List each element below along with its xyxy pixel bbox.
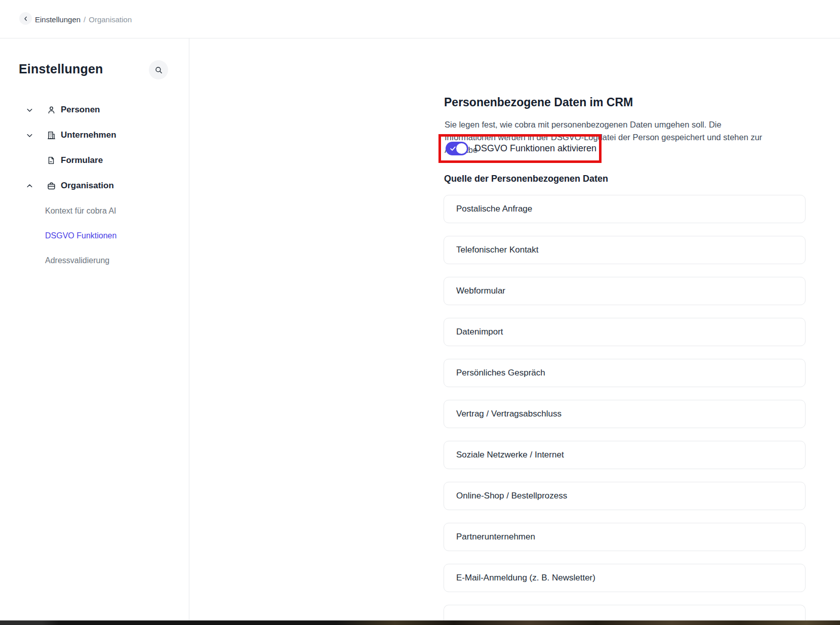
- taskbar-edge: [0, 620, 840, 625]
- breadcrumb: Einstellungen / Organisation: [35, 0, 132, 38]
- chevron-up-icon[interactable]: [24, 182, 34, 190]
- list-item[interactable]: Vertrag / Vertragsabschluss: [444, 400, 806, 428]
- breadcrumb-section[interactable]: Einstellungen: [35, 15, 81, 24]
- list-item-partial[interactable]: [444, 605, 806, 620]
- sidebar-item-organisation[interactable]: Organisation: [0, 173, 189, 198]
- chevron-left-icon: [23, 16, 29, 22]
- building-icon: [46, 131, 57, 140]
- back-button[interactable]: [19, 12, 32, 25]
- sidebar-item-label: Unternehmen: [61, 130, 116, 140]
- chevron-down-icon[interactable]: [24, 131, 34, 140]
- sidebar-title: Einstellungen: [19, 62, 103, 76]
- search-icon: [154, 66, 163, 74]
- sidebar-subitem-dsgvo-funktionen[interactable]: DSGVO Funktionen: [0, 223, 189, 248]
- main-content: Personenbezogene Daten im CRM Sie legen …: [190, 38, 840, 620]
- list-item[interactable]: Datenimport: [444, 318, 806, 346]
- settings-sidebar: Einstellungen Personen Unternehmen: [0, 38, 189, 620]
- sidebar-item-label: Organisation: [61, 181, 114, 191]
- toggle-label: DSGVO Funktionen aktivieren: [474, 143, 596, 154]
- list-item[interactable]: Partnerunternehmen: [444, 523, 806, 551]
- toggle-knob: [456, 143, 467, 154]
- sources-list: Postalische Anfrage Telefonischer Kontak…: [444, 195, 806, 620]
- list-item[interactable]: Persönliches Gespräch: [444, 359, 806, 387]
- list-item[interactable]: Telefonischer Kontakt: [444, 236, 806, 264]
- chevron-down-icon[interactable]: [24, 106, 34, 114]
- sources-subheading: Quelle der Personenbezogenen Daten: [444, 174, 608, 184]
- dsgvo-toggle[interactable]: [446, 142, 468, 155]
- sidebar-nav: Personen Unternehmen Formulare: [0, 97, 189, 273]
- sidebar-subitem-kontext-cobra-ai[interactable]: Kontext für cobra AI: [0, 198, 189, 223]
- top-header: Einstellungen / Organisation: [0, 0, 840, 38]
- briefcase-icon: [46, 181, 57, 191]
- sidebar-item-formulare[interactable]: Formulare: [0, 148, 189, 173]
- sidebar-item-label: Personen: [61, 105, 100, 115]
- sidebar-item-personen[interactable]: Personen: [0, 97, 189, 122]
- highlight-annotation-box: DSGVO Funktionen aktivieren: [438, 134, 602, 163]
- list-item[interactable]: Online-Shop / Bestellprozess: [444, 482, 806, 510]
- sidebar-search-button[interactable]: [149, 60, 168, 79]
- document-icon: [46, 156, 57, 165]
- sidebar-item-label: Formulare: [61, 155, 103, 165]
- breadcrumb-separator: /: [84, 15, 86, 24]
- list-item[interactable]: Soziale Netzwerke / Internet: [444, 441, 806, 469]
- breadcrumb-current: Organisation: [89, 15, 132, 24]
- sidebar-item-unternehmen[interactable]: Unternehmen: [0, 122, 189, 148]
- list-item[interactable]: Webformular: [444, 277, 806, 305]
- page-title: Personenbezogene Daten im CRM: [444, 96, 633, 109]
- chevron-placeholder: [24, 156, 34, 165]
- sidebar-subitem-adressvalidierung[interactable]: Adressvalidierung: [0, 248, 189, 273]
- list-item[interactable]: Postalische Anfrage: [444, 195, 806, 223]
- description-line: Sie legen fest, wie cobra mit personenbe…: [445, 118, 762, 131]
- person-icon: [46, 105, 57, 115]
- list-item[interactable]: E-Mail-Anmeldung (z. B. Newsletter): [444, 564, 806, 592]
